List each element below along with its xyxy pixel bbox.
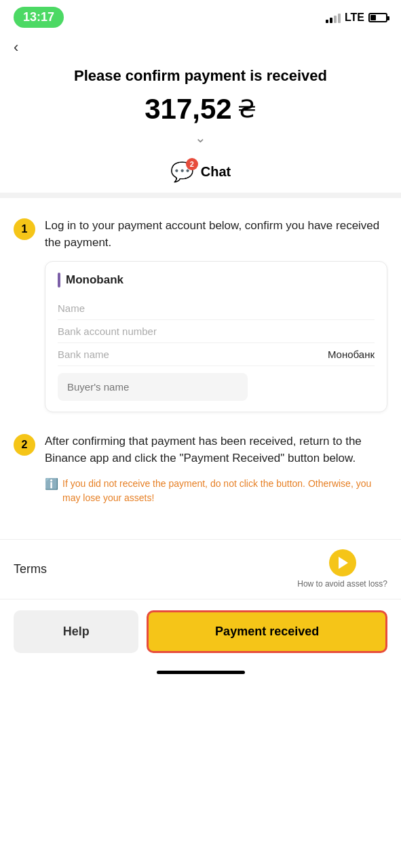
page-header: Please confirm payment is received 317,5…: [0, 60, 401, 151]
battery-icon: [368, 13, 387, 22]
bank-name-field-value: Монобанк: [328, 349, 375, 360]
terms-section: Terms How to avoid asset loss?: [0, 539, 401, 600]
chat-badge: 2: [186, 158, 198, 170]
step-1-content: Log in to your payment account below, co…: [45, 217, 387, 412]
amount-value: 317,52: [145, 93, 231, 125]
step-2-content: After confirming that payment has been r…: [45, 433, 387, 505]
amount-row: 317,52 ₴: [20, 93, 381, 125]
step-2: 2 After confirming that payment has been…: [14, 433, 387, 505]
status-right: LTE: [326, 12, 387, 24]
bank-name-label: Monobank: [66, 273, 123, 287]
step-2-number: 2: [14, 434, 35, 456]
account-row: Bank account number: [58, 320, 375, 343]
payment-card: Monobank Name Bank account number Bank n…: [45, 261, 387, 412]
name-field-label: Name: [58, 302, 375, 314]
chat-label: Chat: [201, 164, 231, 180]
steps-container: 1 Log in to your payment account below, …: [0, 203, 401, 539]
step-1-text: Log in to your payment account below, co…: [45, 217, 387, 252]
expand-chevron-icon[interactable]: ⌄: [20, 130, 381, 146]
video-label: How to avoid asset loss?: [297, 579, 387, 590]
step-1: 1 Log in to your payment account below, …: [14, 217, 387, 412]
warning-text: ℹ️ If you did not receive the payment, d…: [45, 477, 387, 505]
warning-icon: ℹ️: [45, 477, 58, 490]
terms-label: Terms: [14, 562, 47, 576]
signal-icon: [326, 12, 341, 23]
page-title: Please confirm payment is received: [20, 66, 381, 86]
step-1-number: 1: [14, 218, 35, 240]
chat-icon-wrap: 💬 2: [170, 161, 194, 183]
buyer-input-wrap: [58, 373, 375, 401]
back-button[interactable]: ‹: [0, 32, 401, 60]
warning-message: If you did not receive the payment, do n…: [62, 477, 387, 505]
home-bar-icon: [157, 671, 245, 674]
section-divider: [0, 193, 401, 198]
buyer-name-input[interactable]: [58, 373, 248, 401]
play-icon: [329, 549, 356, 576]
name-row: Name: [58, 297, 375, 320]
play-triangle-icon: [339, 557, 348, 569]
step-2-text: After confirming that payment has been r…: [45, 433, 387, 467]
account-field-label: Bank account number: [58, 326, 375, 337]
payment-received-button[interactable]: Payment received: [147, 610, 387, 653]
home-indicator: [0, 664, 401, 679]
mono-bar-icon: [58, 273, 60, 288]
help-button[interactable]: Help: [14, 610, 138, 653]
status-bar: 13:17 LTE: [0, 0, 401, 32]
chat-button[interactable]: 💬 2 Chat: [0, 161, 401, 183]
currency-icon: ₴: [237, 95, 256, 123]
bottom-bar: Help Payment received: [0, 599, 401, 664]
back-chevron-icon: ‹: [14, 39, 18, 56]
bank-header: Monobank: [58, 273, 375, 288]
status-time: 13:17: [14, 7, 64, 28]
bank-name-row: Bank name Монобанк: [58, 343, 375, 366]
video-button[interactable]: How to avoid asset loss?: [297, 549, 387, 590]
bank-name-field-label: Bank name: [58, 349, 328, 360]
network-label: LTE: [345, 12, 364, 24]
